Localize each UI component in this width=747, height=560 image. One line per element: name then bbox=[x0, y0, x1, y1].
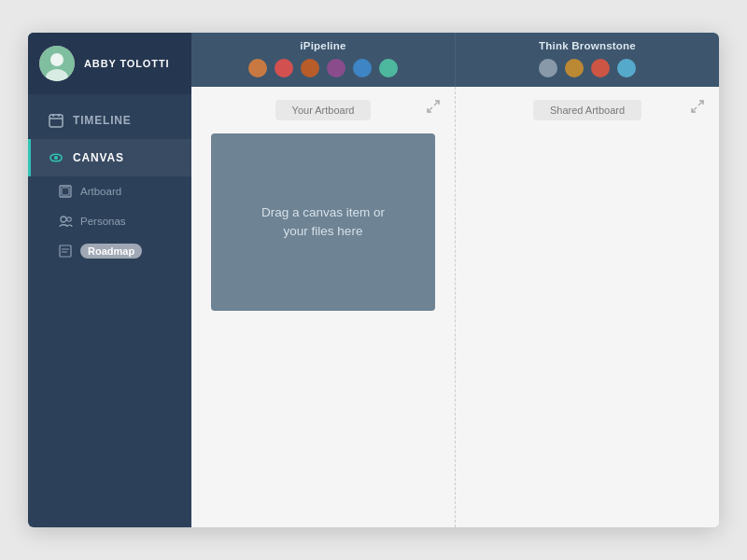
avatar-tb-2 bbox=[563, 57, 585, 79]
think-brownstone-avatars bbox=[537, 57, 638, 79]
expand-icon-right[interactable] bbox=[691, 100, 704, 116]
sidebar-item-personas[interactable]: Personas bbox=[37, 206, 191, 236]
think-brownstone-name: Think Brownstone bbox=[539, 40, 636, 51]
personas-icon bbox=[58, 214, 73, 229]
canvas-drop-zone[interactable]: Drag a canvas item or your files here bbox=[211, 133, 435, 311]
canvas-label: CANVAS bbox=[73, 151, 124, 164]
header-row: iPipeline Think Brownstone bbox=[191, 33, 719, 87]
ipipeline-name: iPipeline bbox=[300, 40, 345, 51]
shared-artboard-button[interactable]: Shared Artboard bbox=[533, 100, 641, 120]
avatar-6 bbox=[377, 57, 400, 79]
expand-icon-left[interactable] bbox=[427, 100, 440, 116]
timeline-label: TIMELINE bbox=[73, 114, 132, 127]
sidebar-item-canvas[interactable]: CANVAS bbox=[28, 139, 191, 176]
app-window: ABBY TOLOTTI TIMELINE bbox=[28, 33, 719, 527]
avatar-tb-1 bbox=[537, 57, 559, 79]
your-artboard-button[interactable]: Your Artboard bbox=[275, 100, 372, 120]
svg-rect-3 bbox=[49, 115, 63, 127]
sidebar: ABBY TOLOTTI TIMELINE bbox=[28, 33, 191, 527]
svg-point-7 bbox=[54, 156, 58, 160]
roadmap-label: Roadmap bbox=[80, 244, 142, 259]
artboard-icon bbox=[58, 184, 73, 199]
sidebar-item-roadmap[interactable]: Roadmap bbox=[37, 236, 191, 266]
svg-point-11 bbox=[66, 217, 70, 220]
shared-artboard-section: Shared Artboard bbox=[456, 87, 719, 527]
ipipeline-avatars bbox=[247, 57, 400, 79]
artboard-label: Artboard bbox=[80, 186, 121, 197]
project-panel-ipipeline: iPipeline bbox=[191, 33, 456, 87]
avatar-3 bbox=[299, 57, 321, 79]
svg-point-1 bbox=[50, 53, 63, 66]
project-panel-think-brownstone: Think Brownstone bbox=[456, 33, 719, 87]
sidebar-user: ABBY TOLOTTI bbox=[28, 33, 191, 94]
calendar-icon bbox=[48, 112, 64, 129]
main-content: iPipeline Think Brownstone bbox=[191, 33, 719, 527]
canvas-subnav: Artboard Personas bbox=[28, 176, 191, 266]
avatar-1 bbox=[247, 57, 269, 79]
sidebar-item-artboard[interactable]: Artboard bbox=[37, 176, 191, 206]
sidebar-navigation: TIMELINE CANVAS bbox=[28, 94, 191, 266]
avatar-tb-3 bbox=[589, 57, 612, 79]
sidebar-item-timeline[interactable]: TIMELINE bbox=[28, 102, 191, 139]
personas-label: Personas bbox=[80, 216, 126, 227]
user-name-label: ABBY TOLOTTI bbox=[84, 58, 169, 69]
svg-point-10 bbox=[61, 217, 66, 222]
svg-rect-9 bbox=[62, 188, 69, 195]
svg-rect-12 bbox=[60, 245, 71, 257]
avatar bbox=[39, 46, 75, 81]
avatar-4 bbox=[325, 57, 347, 79]
avatar-5 bbox=[351, 57, 374, 79]
canvas-icon bbox=[48, 149, 64, 166]
roadmap-icon bbox=[58, 244, 73, 259]
your-artboard-section: Your Artboard Drag a canvas item or your… bbox=[191, 87, 456, 527]
avatar-2 bbox=[273, 57, 295, 79]
drop-zone-text: Drag a canvas item or your files here bbox=[261, 203, 385, 242]
avatar-tb-4 bbox=[615, 57, 638, 79]
artboard-area: Your Artboard Drag a canvas item or your… bbox=[191, 87, 719, 527]
